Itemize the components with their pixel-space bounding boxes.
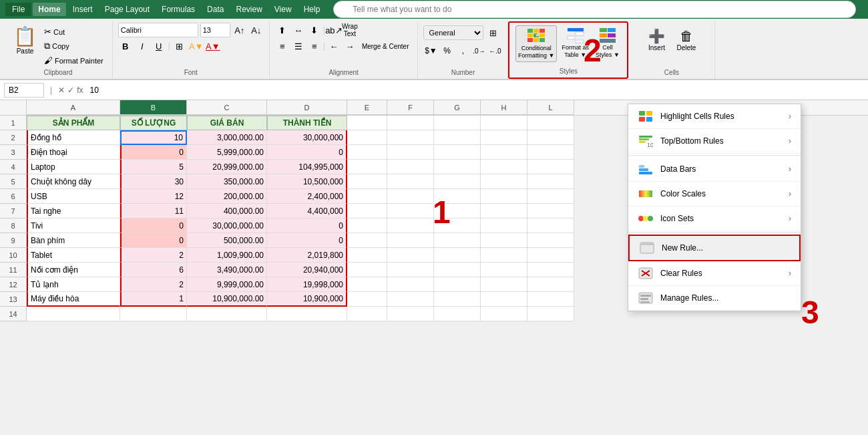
cell-b13[interactable]: 1 bbox=[120, 292, 187, 307]
cell-c14[interactable] bbox=[187, 307, 267, 321]
cell-f7[interactable] bbox=[387, 204, 434, 219]
cell-f5[interactable] bbox=[387, 174, 434, 189]
delete-button[interactable]: 🗑 Delete bbox=[673, 25, 700, 54]
cell-a12[interactable]: Tủ lạnh bbox=[27, 277, 120, 292]
cell-b8[interactable]: 0 bbox=[120, 219, 187, 233]
cell-f4[interactable] bbox=[387, 160, 434, 174]
cell-b4[interactable]: 5 bbox=[120, 160, 187, 174]
cell-styles-button[interactable]: CellStyles ▼ bbox=[594, 25, 622, 62]
copy-button[interactable]: ⧉ Copy bbox=[41, 39, 107, 53]
cell-a11[interactable]: Nồi cơm điện bbox=[27, 263, 120, 277]
cell-i2[interactable] bbox=[527, 130, 574, 145]
cell-f13[interactable] bbox=[387, 292, 434, 307]
cell-h4[interactable] bbox=[481, 160, 527, 174]
menu-item-icon-sets[interactable]: Icon Sets › bbox=[628, 206, 801, 231]
cell-b6[interactable]: 12 bbox=[120, 189, 187, 204]
increase-indent-button[interactable]: → bbox=[343, 39, 357, 53]
home-tab[interactable]: Home bbox=[33, 3, 65, 16]
align-top-button[interactable]: ⬆ bbox=[275, 23, 290, 37]
cell-i4[interactable] bbox=[527, 160, 574, 174]
cell-h8[interactable] bbox=[481, 219, 527, 233]
cell-i11[interactable] bbox=[527, 263, 574, 277]
cell-i6[interactable] bbox=[527, 189, 574, 204]
cell-e9[interactable] bbox=[347, 233, 387, 248]
cell-f2[interactable] bbox=[387, 130, 434, 145]
cell-f3[interactable] bbox=[387, 145, 434, 160]
cell-d13[interactable]: 10,900,000 bbox=[267, 292, 347, 307]
cell-i5[interactable] bbox=[527, 174, 574, 189]
cell-f6[interactable] bbox=[387, 189, 434, 204]
increase-font-button[interactable]: A↑ bbox=[232, 23, 247, 37]
col-header-b[interactable]: B bbox=[120, 100, 187, 115]
cell-i1[interactable] bbox=[527, 116, 574, 130]
data-tab[interactable]: Data bbox=[202, 3, 229, 16]
cell-b9[interactable]: 0 bbox=[120, 233, 187, 248]
insert-tab[interactable]: Insert bbox=[67, 3, 98, 16]
col-header-f[interactable]: F bbox=[387, 100, 434, 115]
cell-d9[interactable]: 0 bbox=[267, 233, 347, 248]
col-header-h[interactable]: H bbox=[481, 100, 527, 115]
cell-b11[interactable]: 6 bbox=[120, 263, 187, 277]
col-header-d[interactable]: D bbox=[267, 100, 347, 115]
file-menu[interactable]: File bbox=[5, 3, 31, 16]
cell-f9[interactable] bbox=[387, 233, 434, 248]
cell-g4[interactable] bbox=[434, 160, 481, 174]
cell-b3[interactable]: 0 bbox=[120, 145, 187, 160]
cell-i3[interactable] bbox=[527, 145, 574, 160]
decrease-font-button[interactable]: A↓ bbox=[249, 23, 264, 37]
col-header-i[interactable]: L bbox=[527, 100, 574, 115]
cell-h9[interactable] bbox=[481, 233, 527, 248]
cut-button[interactable]: ✂ Cut bbox=[41, 25, 107, 38]
cell-h7[interactable] bbox=[481, 204, 527, 219]
col-header-c[interactable]: C bbox=[187, 100, 267, 115]
cell-i8[interactable] bbox=[527, 219, 574, 233]
cell-a8[interactable]: Tivi bbox=[27, 219, 120, 233]
cell-d11[interactable]: 20,940,000 bbox=[267, 263, 347, 277]
cell-d5[interactable]: 10,500,000 bbox=[267, 174, 347, 189]
cell-d8[interactable]: 0 bbox=[267, 219, 347, 233]
cell-e2[interactable] bbox=[347, 130, 387, 145]
cell-a10[interactable]: Tablet bbox=[27, 248, 120, 263]
cell-f11[interactable] bbox=[387, 263, 434, 277]
cell-b12[interactable]: 2 bbox=[120, 277, 187, 292]
cell-c10[interactable]: 1,009,900.00 bbox=[187, 248, 267, 263]
cell-g6[interactable] bbox=[434, 189, 481, 204]
cell-d10[interactable]: 2,019,800 bbox=[267, 248, 347, 263]
cell-h2[interactable] bbox=[481, 130, 527, 145]
cell-c13[interactable]: 10,900,000.00 bbox=[187, 292, 267, 307]
cell-a1[interactable]: SẢN PHẨM bbox=[27, 116, 120, 130]
cell-d4[interactable]: 104,995,000 bbox=[267, 160, 347, 174]
page-layout-tab[interactable]: Page Layout bbox=[99, 3, 155, 16]
decrease-indent-button[interactable]: ← bbox=[327, 39, 341, 53]
cell-c5[interactable]: 350,000.00 bbox=[187, 174, 267, 189]
cell-i12[interactable] bbox=[527, 277, 574, 292]
formulas-tab[interactable]: Formulas bbox=[156, 3, 200, 16]
fill-color-button[interactable]: A▼ bbox=[189, 39, 204, 53]
cell-h5[interactable] bbox=[481, 174, 527, 189]
cell-g3[interactable] bbox=[434, 145, 481, 160]
insert-button[interactable]: ➕ Insert bbox=[644, 25, 670, 54]
cell-h14[interactable] bbox=[481, 307, 527, 321]
align-bottom-button[interactable]: ⬇ bbox=[307, 23, 322, 37]
cell-g9[interactable] bbox=[434, 233, 481, 248]
cell-d7[interactable]: 4,400,000 bbox=[267, 204, 347, 219]
increase-decimal-button[interactable]: ←.0 bbox=[487, 43, 502, 58]
cell-i14[interactable] bbox=[527, 307, 574, 321]
menu-item-top-bottom[interactable]: 10 Top/Bottom Rules › bbox=[628, 129, 801, 154]
cell-h1[interactable] bbox=[481, 116, 527, 130]
cell-g8[interactable] bbox=[434, 219, 481, 233]
cell-e14[interactable] bbox=[347, 307, 387, 321]
paste-button[interactable]: 📋 Paste bbox=[9, 23, 41, 57]
decrease-decimal-button[interactable]: .0→ bbox=[471, 43, 486, 58]
cell-c12[interactable]: 9,999,000.00 bbox=[187, 277, 267, 292]
menu-item-highlight-cells[interactable]: Highlight Cells Rules › bbox=[628, 104, 801, 129]
col-header-a[interactable]: A bbox=[27, 100, 120, 115]
italic-button[interactable]: I bbox=[135, 39, 150, 53]
cell-d14[interactable] bbox=[267, 307, 347, 321]
orientation-button[interactable]: ab↗ bbox=[327, 23, 341, 37]
cell-a5[interactable]: Chuột không dây bbox=[27, 174, 120, 189]
cell-e3[interactable] bbox=[347, 145, 387, 160]
font-color-button[interactable]: A▼ bbox=[206, 39, 220, 53]
cell-a2[interactable]: Đồng hồ bbox=[27, 130, 120, 145]
comma-button[interactable]: , bbox=[455, 43, 470, 58]
